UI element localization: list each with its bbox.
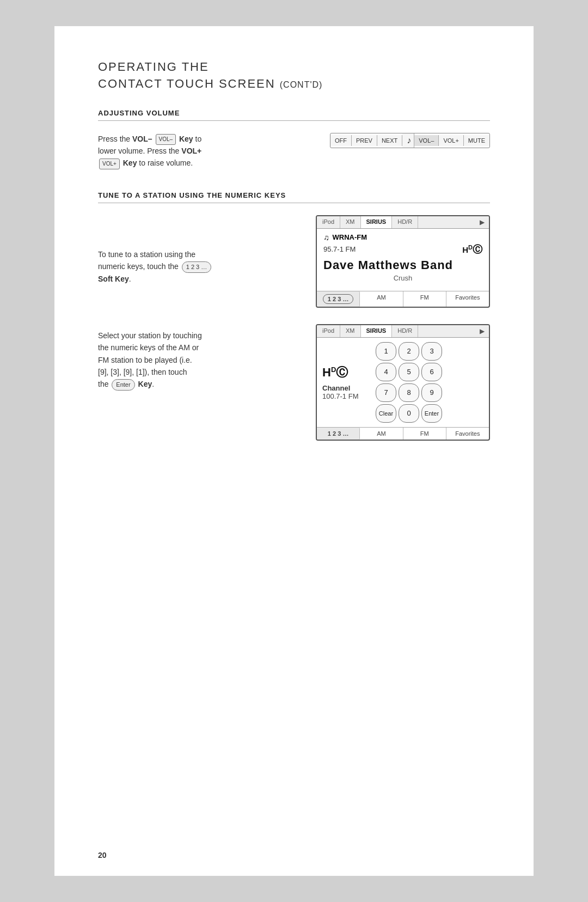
key-1[interactable]: 1	[376, 342, 396, 361]
bottom-tab-fav-1[interactable]: Favorites	[446, 291, 489, 307]
key-6[interactable]: 6	[421, 363, 442, 381]
note-icon-1: ♫	[323, 233, 329, 242]
page-title: OPERATING THE CONTACT TOUCH SCREEN (CONT…	[98, 59, 490, 93]
keypad-channel: Channel	[322, 384, 371, 392]
vol-minus-chip: VOL–	[156, 134, 176, 145]
tune-soft-key: Soft Key	[98, 275, 129, 283]
radio-screen-1: iPod XM SIRIUS HD/R ▶ ♫ WRNA-FM 95.7-1	[316, 215, 490, 308]
keypad-body: HDⒸ Channel 100.7-1 FM 1 2 3 4 5 6 7	[317, 338, 489, 427]
vol-text-3: Key to raise volume.	[123, 159, 193, 167]
keypad-grid: 1 2 3 4 5 6 7 8 9 Clear 0 Enter	[376, 342, 442, 423]
key-4[interactable]: 4	[376, 363, 396, 381]
bottom-tab-fm-1[interactable]: FM	[403, 291, 446, 307]
key-7[interactable]: 7	[376, 383, 396, 402]
tune-key-label: Key	[138, 380, 152, 388]
tab-hdr-1[interactable]: HD/R	[392, 216, 418, 228]
volume-text: Press the VOL– VOL– Key tolower volume. …	[98, 133, 314, 169]
tune-row1: To tune to a station using thenumeric ke…	[98, 215, 490, 308]
tune-text-2: Select your station by touchingthe numer…	[98, 324, 299, 391]
key-clear[interactable]: Clear	[376, 404, 396, 423]
key-2[interactable]: 2	[399, 342, 419, 361]
bottom-tab-am-2[interactable]: AM	[360, 428, 403, 440]
tune-period2: .	[152, 380, 154, 388]
vol-bar-minus: VOL–	[414, 135, 439, 146]
tab-arrow-2[interactable]: ▶	[475, 325, 489, 337]
keypad-freq: 100.7-1 FM	[322, 392, 371, 400]
vol-plus-chip: VOL+	[99, 159, 120, 169]
key-9[interactable]: 9	[421, 383, 442, 402]
vol-bar-widget: OFF PREV NEXT ♪ VOL– VOL+ MUTE	[330, 133, 490, 148]
tab-sirius-2[interactable]: SIRIUS	[361, 325, 393, 337]
hd-logo-2: HDⒸ	[322, 364, 371, 381]
tab-sirius-1[interactable]: SIRIUS	[361, 216, 393, 228]
vol-text-1: Press the VOL–	[98, 135, 152, 143]
artist-1: Dave Matthews Band	[323, 258, 482, 272]
radio-body-1: ♫ WRNA-FM 95.7-1 FM HDⒸ Dave Matthews Ba…	[317, 229, 489, 291]
tab-pill-123: 1 2 3 …	[323, 294, 354, 304]
radio-screen-2: iPod XM SIRIUS HD/R ▶ HDⒸ Channel 100.7-…	[316, 324, 490, 441]
vol-bar-prev: PREV	[352, 135, 377, 146]
bottom-tab-123-1[interactable]: 1 2 3 …	[317, 291, 360, 307]
radio-bottom-tabs-1: 1 2 3 … AM FM Favorites	[317, 291, 489, 307]
tab-arrow-1[interactable]: ▶	[475, 216, 489, 228]
vol-bar-next: NEXT	[377, 135, 402, 146]
vol-bar-off: OFF	[330, 135, 352, 146]
key-8[interactable]: 8	[399, 383, 419, 402]
key-3[interactable]: 3	[421, 342, 442, 361]
radio-display-2: iPod XM SIRIUS HD/R ▶ HDⒸ Channel 100.7-…	[316, 324, 490, 441]
freq-1: 95.7-1 FM	[323, 245, 356, 253]
tune-row2: Select your station by touchingthe numer…	[98, 324, 490, 441]
key-0[interactable]: 0	[399, 404, 419, 423]
tab-ipod-1[interactable]: iPod	[317, 216, 340, 228]
key-enter[interactable]: Enter	[421, 404, 442, 423]
tune-123-chip: 1 2 3 …	[182, 261, 212, 273]
radio-bottom-tabs-2: 1 2 3 … AM FM Favorites	[317, 427, 489, 440]
tune-text-part1: To tune to a station using thenumeric ke…	[98, 250, 195, 271]
section-adjusting-volume: ADJUSTING VOLUME Press the VOL– VOL– Key…	[98, 109, 490, 169]
tab-xm-2[interactable]: XM	[340, 325, 361, 337]
bottom-tab-fm-2[interactable]: FM	[403, 428, 446, 440]
keypad-left: HDⒸ Channel 100.7-1 FM	[322, 342, 371, 423]
vol-bar-mute: MUTE	[464, 135, 489, 146]
hd-logo-1: HDⒸ	[462, 243, 482, 256]
station-name-1: WRNA-FM	[333, 233, 367, 241]
tune-text-1: To tune to a station using thenumeric ke…	[98, 237, 299, 285]
page: OPERATING THE CONTACT TOUCH SCREEN (CONT…	[54, 26, 534, 876]
section-title-volume: ADJUSTING VOLUME	[98, 109, 490, 121]
radio-tabs-1: iPod XM SIRIUS HD/R ▶	[317, 216, 489, 229]
freq-line-1: 95.7-1 FM HDⒸ	[323, 243, 482, 256]
key-5[interactable]: 5	[399, 363, 419, 381]
page-number: 20	[98, 851, 107, 860]
station-line-1: ♫ WRNA-FM	[323, 233, 482, 242]
vol-bar-plus: VOL+	[439, 135, 463, 146]
bottom-tab-123-2[interactable]: 1 2 3 …	[317, 428, 360, 440]
volume-content: Press the VOL– VOL– Key tolower volume. …	[98, 133, 490, 169]
song-1: Crush	[323, 274, 482, 282]
bottom-tab-am-1[interactable]: AM	[360, 291, 403, 307]
tab-hdr-2[interactable]: HD/R	[392, 325, 418, 337]
radio-tabs-2: iPod XM SIRIUS HD/R ▶	[317, 325, 489, 338]
vol-bar-note: ♪	[402, 133, 414, 148]
tab-ipod-2[interactable]: iPod	[317, 325, 340, 337]
section-tune-numeric: TUNE TO A STATION USING THE NUMERIC KEYS…	[98, 191, 490, 441]
enter-chip: Enter	[112, 379, 134, 391]
tab-xm-1[interactable]: XM	[340, 216, 361, 228]
section-title-numeric: TUNE TO A STATION USING THE NUMERIC KEYS	[98, 191, 490, 203]
bottom-tab-fav-2[interactable]: Favorites	[446, 428, 489, 440]
tune-period: .	[129, 275, 131, 283]
vol-bar: OFF PREV NEXT ♪ VOL– VOL+ MUTE	[330, 133, 490, 148]
radio-display-1: iPod XM SIRIUS HD/R ▶ ♫ WRNA-FM 95.7-1	[316, 215, 490, 308]
